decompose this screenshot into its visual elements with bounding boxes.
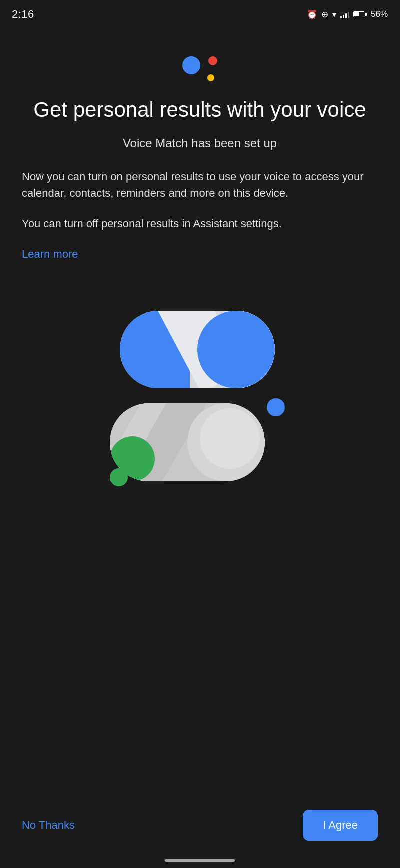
learn-more-link[interactable]: Learn more — [22, 248, 78, 261]
subtitle: Voice Match has been set up — [22, 136, 378, 150]
toggles-container — [105, 311, 295, 501]
main-content: Get personal results with your voice Voi… — [0, 26, 400, 271]
toggle-top — [120, 311, 275, 388]
battery-icon — [354, 11, 367, 17]
description-1: Now you can turn on personal results to … — [22, 168, 378, 201]
status-right-icons: ⏰ ⊕ ▾ 56% — [307, 9, 388, 20]
description-2: You can turn off personal results in Ass… — [22, 215, 378, 232]
status-time: 2:16 — [12, 8, 34, 21]
logo-blue-dot — [182, 56, 200, 74]
toggle-top-inner — [120, 311, 275, 388]
no-thanks-button[interactable]: No Thanks — [22, 819, 75, 832]
toggle-gray-knob-inner — [200, 408, 260, 469]
alarm-icon: ⏰ — [307, 9, 318, 20]
logo-red-dot — [208, 56, 218, 65]
floating-blue-dot — [267, 398, 285, 416]
toggle-bottom-inner — [110, 403, 265, 481]
signal-bars-icon — [340, 10, 350, 18]
status-bar: 2:16 ⏰ ⊕ ▾ 56% — [0, 0, 400, 26]
main-heading: Get personal results with your voice — [22, 97, 378, 122]
toggle-blue-knob — [198, 311, 275, 388]
assistant-logo — [22, 56, 378, 81]
floating-green-dot — [110, 468, 128, 486]
toggle-bottom — [110, 403, 265, 481]
wifi-icon: ▾ — [332, 10, 336, 19]
bottom-bar: No Thanks I Agree — [0, 798, 400, 868]
battery-percent: 56% — [371, 9, 388, 19]
logo-yellow-dot — [208, 74, 214, 81]
illustration-area — [0, 301, 400, 511]
agree-button[interactable]: I Agree — [303, 810, 378, 841]
logo-dots — [182, 56, 218, 81]
add-alarm-icon: ⊕ — [322, 9, 328, 20]
home-indicator — [165, 859, 235, 862]
